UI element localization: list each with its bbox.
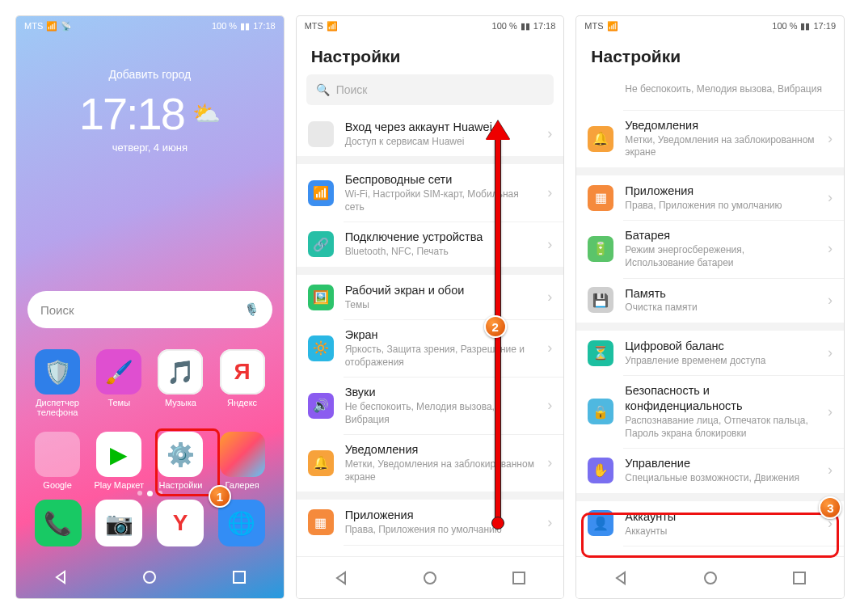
battery-label: 100 % <box>212 21 237 31</box>
row-sounds[interactable]: 🔊ЗвукиНе беспокоить, Мелодия вызова, Виб… <box>297 377 564 434</box>
weather-widget[interactable]: Добавить город 17:18 ⛅ четверг, 4 июня <box>16 68 284 154</box>
row-home-wallpaper[interactable]: 🖼️Рабочий экран и обоиТемы› <box>297 275 564 319</box>
row-notifications[interactable]: 🔔УведомленияМетки, Уведомления на заблок… <box>576 110 844 167</box>
phone-home-screen: MTS 📶 📡 100 % ▮▮ 17:18 Добавить город 17… <box>16 16 284 598</box>
settings-search[interactable]: 🔍Поиск <box>306 74 554 105</box>
app-settings[interactable]: ⚙️Настройки <box>154 432 207 490</box>
phone-settings-scrolled: MTS📶 100 %▮▮17:19 Настройки Не беспокоит… <box>576 16 844 598</box>
row-wireless[interactable]: 📶Беспроводные сетиWi-Fi, Настройки SIM-к… <box>297 164 564 222</box>
row-accounts[interactable]: 👤АккаунтыАккаунты› <box>576 501 844 546</box>
nav-bar <box>16 556 284 598</box>
app-label: Диспетчер телефона <box>31 398 84 417</box>
row-title: Беспроводные сети <box>345 172 537 188</box>
row-accessibility[interactable]: ✋УправлениеСпециальные возможности, Движ… <box>576 448 844 492</box>
dock-phone[interactable]: 📞 <box>35 500 82 546</box>
settings-list[interactable]: Не беспокоить, Мелодия вызова, Вибрация … <box>576 74 844 567</box>
app-label: Галерея <box>225 480 259 490</box>
settings-title: Настройки <box>576 36 844 74</box>
apps-icon: ▦ <box>308 509 334 535</box>
nav-back-button[interactable] <box>53 570 68 584</box>
app-play-market[interactable]: ▶Play Маркет <box>92 432 145 490</box>
row-digital-balance[interactable]: ⏳Цифровой балансУправление временем дост… <box>576 331 844 375</box>
signal-icon: 📶 <box>607 21 618 32</box>
row-apps[interactable]: ▦ПриложенияПрава, Приложения по умолчани… <box>297 500 564 544</box>
nav-home-button[interactable] <box>423 571 437 585</box>
step-badge-2: 2 <box>484 315 507 338</box>
app-yandex[interactable]: ЯЯндекс <box>216 349 269 417</box>
row-security[interactable]: 🔒Безопасность и конфиденциальностьРаспоз… <box>576 375 844 448</box>
row-sub: Wi-Fi, Настройки SIM-карт, Мобильная сет… <box>345 188 537 213</box>
row-sub: Режим энергосбережения, Использование ба… <box>625 244 816 269</box>
row-sub: Метки, Уведомления на заблокированном эк… <box>345 458 537 483</box>
svg-rect-1 <box>234 572 245 583</box>
nav-back-button[interactable] <box>334 571 348 585</box>
row-sounds-partial[interactable]: Не беспокоить, Мелодия вызова, Вибрация <box>576 74 844 110</box>
nav-recent-button[interactable] <box>512 571 526 585</box>
row-battery[interactable]: 🔋БатареяРежим энергосбережения, Использо… <box>576 220 844 277</box>
row-title: Цифровой баланс <box>625 339 816 354</box>
add-city-label[interactable]: Добавить город <box>16 68 284 81</box>
settings-title: Настройки <box>297 36 564 74</box>
status-bar: MTS📶 100 %▮▮17:18 <box>297 16 564 36</box>
row-sub: Яркость, Защита зрения, Разрешение и ото… <box>345 344 537 369</box>
bell-icon: 🔔 <box>308 450 334 476</box>
row-notifications[interactable]: 🔔УведомленияМетки, Уведомления на заблок… <box>297 434 564 492</box>
chevron-right-icon: › <box>547 289 552 306</box>
chevron-right-icon: › <box>828 189 833 206</box>
row-title: Звуки <box>345 385 537 400</box>
status-time: 17:19 <box>813 21 836 31</box>
app-themes[interactable]: 🖌️Темы <box>92 349 145 417</box>
row-sub: Специальные возможности, Движения <box>625 472 816 485</box>
music-icon: 🎵 <box>158 349 203 394</box>
row-title: Рабочий экран и обои <box>345 283 537 298</box>
app-gallery[interactable]: Галерея <box>216 432 269 490</box>
status-time: 17:18 <box>253 21 276 31</box>
search-placeholder: Поиск <box>40 303 74 317</box>
app-label: Play Маркет <box>94 480 144 490</box>
chevron-right-icon: › <box>828 130 833 147</box>
app-google-folder[interactable]: Google <box>31 432 84 490</box>
nav-home-button[interactable] <box>703 571 718 585</box>
status-time: 17:18 <box>533 21 556 31</box>
chevron-right-icon: › <box>547 454 552 471</box>
clock-time: 17:18 <box>79 87 184 140</box>
nav-recent-button[interactable] <box>792 571 807 585</box>
row-sub: Темы <box>345 299 537 312</box>
phone-settings-top: MTS📶 100 %▮▮17:18 Настройки 🔍Поиск Вход … <box>297 16 564 598</box>
chevron-right-icon: › <box>547 514 552 531</box>
row-sub: Аккаунты <box>625 525 816 538</box>
row-huawei-account[interactable]: Вход через аккаунт HuaweiДоступ к сервис… <box>297 112 564 156</box>
dock-yandex[interactable]: Y <box>157 500 204 546</box>
row-title: Уведомления <box>625 118 816 133</box>
nav-home-button[interactable] <box>142 570 157 584</box>
dock-camera[interactable]: 📷 <box>95 500 142 546</box>
app-label: Настройки <box>158 480 202 490</box>
page-indicator <box>16 491 284 496</box>
step-badge-1: 1 <box>209 485 231 508</box>
row-device-connection[interactable]: 🔗Подключение устройстваBluetooth, NFC, П… <box>297 222 564 266</box>
lock-icon: 🔒 <box>588 399 613 424</box>
nav-recent-button[interactable] <box>232 570 247 584</box>
row-display[interactable]: 🔆ЭкранЯркость, Защита зрения, Разрешение… <box>297 319 564 377</box>
app-music[interactable]: 🎵Музыка <box>154 349 207 417</box>
dock: 📞 📷 Y 🌐 <box>16 500 284 546</box>
weather-icon: ⛅ <box>192 100 221 127</box>
chevron-right-icon: › <box>547 236 552 253</box>
app-phone-manager[interactable]: 🛡️Диспетчер телефона <box>31 349 84 417</box>
settings-list[interactable]: 🔍Поиск Вход через аккаунт HuaweiДоступ к… <box>297 74 564 566</box>
row-storage[interactable]: 💾ПамятьОчистка памяти› <box>576 278 844 323</box>
row-title: Управление <box>625 456 816 471</box>
row-title: Батарея <box>625 228 816 243</box>
nav-back-button[interactable] <box>613 571 628 585</box>
display-icon: 🔆 <box>308 335 334 361</box>
home-search-bar[interactable]: Поиск 🎙️ <box>27 291 272 328</box>
dock-browser[interactable]: 🌐 <box>218 500 265 546</box>
row-apps[interactable]: ▦ПриложенияПрава, Приложения по умолчани… <box>576 175 844 220</box>
battery-icon: 🔋 <box>588 236 613 262</box>
mic-icon[interactable]: 🎙️ <box>244 302 259 317</box>
row-sub: Не беспокоить, Мелодия вызова, Вибрация <box>625 83 833 96</box>
search-icon: 🔍 <box>316 83 330 96</box>
chevron-right-icon: › <box>828 403 833 420</box>
battery-icon: ▮▮ <box>521 21 530 32</box>
apps-grid: 🛡️Диспетчер телефона 🖌️Темы 🎵Музыка ЯЯнд… <box>16 328 284 490</box>
